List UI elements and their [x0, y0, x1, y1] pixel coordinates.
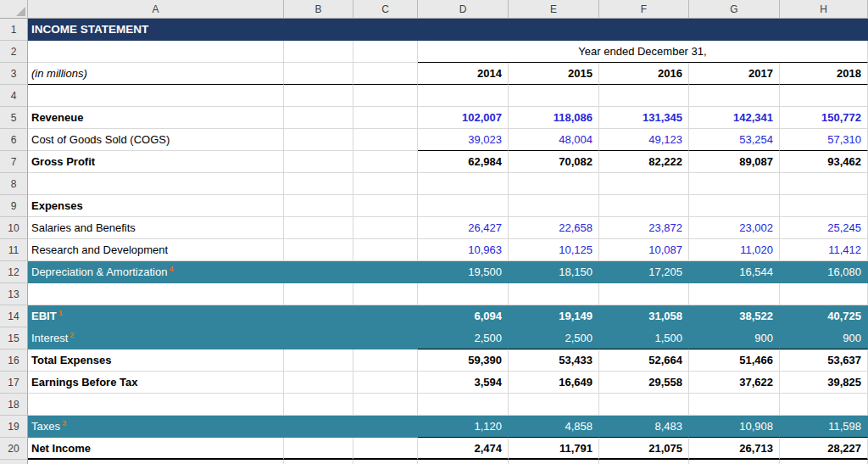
cell-C16[interactable] [353, 349, 418, 372]
cell-F19[interactable]: 8,483 [599, 416, 689, 438]
cell-D18[interactable] [418, 394, 509, 416]
cell-D12[interactable]: 19,500 [418, 261, 509, 283]
cell-D5[interactable]: 102,007 [418, 107, 509, 129]
column-header-C[interactable]: C [353, 0, 418, 19]
cell-G13[interactable] [689, 283, 780, 305]
cell-F11[interactable]: 10,087 [599, 239, 689, 261]
cell-A10[interactable]: Salaries and Benefits [28, 217, 284, 239]
column-header-E[interactable]: E [509, 0, 599, 19]
cell-F13[interactable] [599, 283, 689, 305]
cell-G15[interactable]: 900 [689, 327, 780, 349]
cell-B16[interactable] [284, 349, 353, 372]
cell-A8[interactable] [28, 173, 284, 195]
cell-C12[interactable] [353, 261, 418, 283]
cell-D16[interactable]: 59,390 [418, 349, 509, 372]
cell-B21[interactable] [284, 460, 353, 464]
cell-G21[interactable] [689, 460, 780, 464]
cell-H5[interactable]: 150,772 [780, 107, 868, 129]
cell-B12[interactable] [284, 261, 353, 283]
row-header-14[interactable]: 14 [0, 305, 28, 327]
cell-C9[interactable] [353, 195, 418, 217]
cell-E6[interactable]: 48,004 [509, 129, 599, 151]
cell-A1[interactable]: INCOME STATEMENT [28, 19, 868, 41]
cell-H4[interactable] [780, 85, 868, 107]
column-header-D[interactable]: D [418, 0, 509, 19]
cell-D21[interactable] [418, 460, 509, 464]
cell-G3[interactable]: 2017 [689, 63, 780, 85]
cell-A19[interactable]: Taxes3 [28, 416, 284, 438]
cell-H15[interactable]: 900 [780, 327, 868, 349]
cell-B14[interactable] [284, 305, 353, 327]
cell-E21[interactable] [509, 460, 599, 464]
cell-C11[interactable] [353, 239, 418, 261]
cell-C6[interactable] [353, 129, 418, 151]
row-header-10[interactable]: 10 [0, 217, 28, 239]
cell-G5[interactable]: 142,341 [689, 107, 780, 129]
cell-B10[interactable] [284, 217, 353, 239]
row-header-6[interactable]: 6 [0, 129, 28, 151]
cell-B20[interactable] [284, 438, 353, 460]
cell-B19[interactable] [284, 416, 353, 438]
cell-B15[interactable] [284, 327, 353, 349]
cell-E12[interactable]: 18,150 [509, 261, 599, 283]
cell-A20[interactable]: Net Income [28, 438, 284, 460]
cell-H18[interactable] [780, 394, 868, 416]
cell-C17[interactable] [353, 372, 418, 394]
cell-D17[interactable]: 3,594 [418, 372, 509, 394]
cell-C20[interactable] [353, 438, 418, 460]
cell-F16[interactable]: 52,664 [599, 349, 689, 372]
cell-D9[interactable] [418, 195, 509, 217]
cell-B2[interactable] [284, 41, 353, 63]
cell-D14[interactable]: 6,094 [418, 305, 509, 327]
cell-F18[interactable] [599, 394, 689, 416]
cell-F21[interactable] [599, 460, 689, 464]
cell-H10[interactable]: 25,245 [780, 217, 868, 239]
cell-D15[interactable]: 2,500 [418, 327, 509, 349]
cell-E8[interactable] [509, 173, 599, 195]
cell-D19[interactable]: 1,120 [418, 416, 509, 438]
cell-F8[interactable] [599, 173, 689, 195]
cell-H20[interactable]: 28,227 [780, 438, 868, 460]
cell-F7[interactable]: 82,222 [599, 151, 689, 173]
row-header-2[interactable]: 2 [0, 41, 28, 63]
cell-A18[interactable] [28, 394, 284, 416]
cell-H17[interactable]: 39,825 [780, 372, 868, 394]
cell-A17[interactable]: Earnings Before Tax [28, 372, 284, 394]
cell-G20[interactable]: 26,713 [689, 438, 780, 460]
cell-A5[interactable]: Reveneue [28, 107, 284, 129]
cell-A3[interactable]: (in millions) [28, 63, 284, 85]
cell-C4[interactable] [353, 85, 418, 107]
cell-H13[interactable] [780, 283, 868, 305]
cell-G8[interactable] [689, 173, 780, 195]
column-header-A[interactable]: A [28, 0, 284, 19]
cell-F9[interactable] [599, 195, 689, 217]
cell-G9[interactable] [689, 195, 780, 217]
cell-G10[interactable]: 23,002 [689, 217, 780, 239]
cell-E17[interactable]: 16,649 [509, 372, 599, 394]
cell-E7[interactable]: 70,082 [509, 151, 599, 173]
cell-C8[interactable] [353, 173, 418, 195]
cell-H21[interactable] [780, 460, 868, 464]
cell-F6[interactable]: 49,123 [599, 129, 689, 151]
cell-C18[interactable] [353, 394, 418, 416]
cell-F10[interactable]: 23,872 [599, 217, 689, 239]
select-all-corner[interactable] [0, 0, 28, 19]
cell-C10[interactable] [353, 217, 418, 239]
cell-D2[interactable]: Year ended December 31, [418, 41, 868, 63]
cell-E9[interactable] [509, 195, 599, 217]
cell-C3[interactable] [353, 63, 418, 85]
cell-E10[interactable]: 22,658 [509, 217, 599, 239]
cell-B3[interactable] [284, 63, 353, 85]
cell-B6[interactable] [284, 129, 353, 151]
cell-C15[interactable] [353, 327, 418, 349]
cell-D3[interactable]: 2014 [418, 63, 509, 85]
cell-C13[interactable] [353, 283, 418, 305]
cell-H14[interactable]: 40,725 [780, 305, 868, 327]
row-header-9[interactable]: 9 [0, 195, 28, 217]
cell-C2[interactable] [353, 41, 418, 63]
cell-D6[interactable]: 39,023 [418, 129, 509, 151]
cell-G19[interactable]: 10,908 [689, 416, 780, 438]
cell-F15[interactable]: 1,500 [599, 327, 689, 349]
cell-F12[interactable]: 17,205 [599, 261, 689, 283]
cell-G11[interactable]: 11,020 [689, 239, 780, 261]
